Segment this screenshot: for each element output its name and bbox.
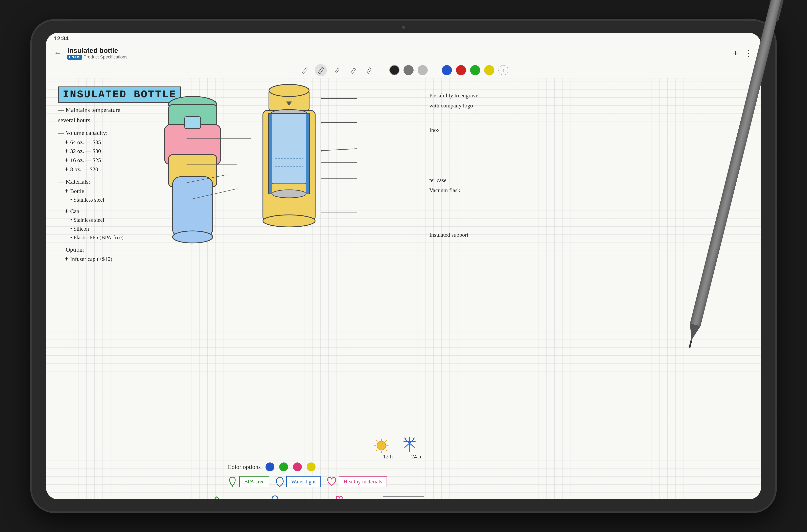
vol1: ✦ 64 oz. — $35 (58, 138, 179, 147)
status-time: 12:34 (54, 35, 69, 42)
svg-marker-10 (286, 101, 292, 106)
tool-pen4[interactable] (347, 64, 359, 76)
badge-water-label: Water-tight (286, 476, 320, 487)
svg-rect-6 (185, 116, 201, 129)
tool-pen3[interactable] (331, 64, 343, 76)
svg-line-42 (385, 440, 387, 441)
mat2a: • Stainless steel (58, 216, 179, 224)
vol4: ✦ 8 oz. — $20 (58, 165, 179, 174)
right-annotation-engrave: Possibility to engrave with company logo (429, 91, 478, 111)
annot-engrave2: with company logo (429, 100, 478, 111)
annot-insulated: Insulated support (429, 232, 469, 238)
notes-section: — Maintains temperature several hours — … (58, 104, 179, 264)
badge-bpa-label: BPA-free (239, 476, 269, 487)
svg-line-49 (412, 437, 415, 439)
nav-bar: ← Insulated bottle EN-US Product Specifi… (46, 44, 761, 62)
opt1: ✦ Infuser cap (+$10) (58, 254, 179, 264)
nav-title: Insulated bottle (67, 46, 733, 55)
bullet3: — Materials: (58, 176, 179, 187)
badge-water: Water-tight (275, 476, 320, 487)
nav-actions: + ⋮ (733, 48, 753, 58)
annot-case: ter case (429, 175, 460, 185)
add-button[interactable]: + (733, 48, 738, 58)
svg-line-22 (321, 149, 357, 151)
svg-line-41 (385, 450, 387, 451)
toolbar: + (46, 62, 761, 78)
bullet1: — Maintains temperature (58, 104, 179, 115)
color-options-row: Color options (227, 462, 741, 471)
status-bar: 12:34 (46, 33, 761, 44)
right-annotation-insulated: Insulated support (429, 232, 469, 238)
svg-line-34 (193, 189, 237, 199)
bullet2: — Volume capacity: (58, 128, 179, 138)
vol3: ✦ 16 oz. — $25 (58, 156, 179, 165)
color-yellow[interactable] (484, 65, 494, 75)
bullet1b: several hours (58, 115, 179, 125)
svg-line-43 (376, 450, 378, 451)
nav-title-area: Insulated bottle EN-US Product Specifica… (67, 46, 733, 60)
nav-subtitle: EN-US Product Specifications (67, 54, 733, 60)
title-block: INSULATED BOTTLE (58, 87, 181, 103)
color-options-label: Color options (227, 463, 261, 470)
tablet-device: 12:34 ← Insulated bottle EN-US Product S… (30, 19, 777, 513)
svg-point-19 (272, 190, 306, 198)
mat2c: • Plastic PP5 (BPA-free) (58, 233, 179, 242)
annot-vacuum: Vacuum flask (429, 185, 460, 195)
svg-line-48 (404, 437, 406, 439)
svg-line-47 (404, 438, 415, 448)
vol2: ✦ 32 oz. — $30 (58, 147, 179, 156)
svg-marker-27 (321, 121, 323, 124)
content-area: INSULATED BOTTLE — Maintains temperature… (46, 78, 761, 499)
color-blue[interactable] (442, 65, 452, 75)
nav-subtitle-text: Product Specifications (84, 54, 128, 60)
mat2b: • Silicon (58, 225, 179, 233)
mat1a: • Stainless steel (58, 195, 179, 204)
mat2: ✦ Can (58, 207, 179, 216)
svg-rect-18 (306, 114, 310, 194)
tool-pen5[interactable] (363, 64, 375, 76)
right-annotation-inox: Inox (429, 127, 440, 133)
svg-marker-28 (321, 150, 323, 152)
time-12h: 12 h (383, 453, 393, 460)
svg-rect-11 (263, 111, 315, 221)
color-opt-pink (293, 462, 302, 471)
color-dark-gray[interactable] (403, 65, 414, 75)
svg-rect-17 (269, 114, 272, 194)
color-light-gray[interactable] (418, 65, 428, 75)
bottom-section: Color options BPA-free (227, 462, 741, 487)
time-24h: 24 h (411, 453, 421, 460)
color-opt-blue (265, 462, 274, 471)
svg-point-12 (263, 215, 315, 227)
mat1: ✦ Bottle (58, 187, 179, 196)
tablet-screen: 12:34 ← Insulated bottle EN-US Product S… (46, 33, 761, 499)
bullet4: — Option: (58, 244, 179, 254)
color-opt-yellow (307, 462, 315, 471)
back-button[interactable]: ← (54, 49, 61, 57)
svg-point-35 (377, 441, 386, 450)
color-add-button[interactable]: + (498, 65, 509, 75)
svg-rect-7 (269, 90, 309, 111)
svg-line-33 (187, 175, 227, 183)
right-annotation-vacuum: ter case Vacuum flask (429, 175, 460, 195)
tool-pen2[interactable] (315, 64, 327, 76)
badge-healthy-label: Healthy materials (339, 476, 387, 487)
svg-rect-14 (272, 114, 306, 184)
color-black[interactable] (389, 65, 400, 75)
badges-row: BPA-free Water-tight Healt (227, 476, 741, 487)
svg-point-8 (269, 84, 309, 96)
tool-pen1[interactable] (298, 64, 311, 76)
color-opt-green (279, 462, 288, 471)
svg-line-40 (376, 440, 378, 441)
lang-badge: EN-US (67, 55, 82, 60)
svg-marker-26 (321, 97, 323, 99)
home-indicator (383, 496, 424, 497)
badge-bpa: BPA-free (227, 476, 269, 487)
color-green[interactable] (470, 65, 480, 75)
badge-healthy: Healthy materials (327, 476, 387, 487)
svg-line-46 (404, 438, 415, 448)
svg-point-13 (271, 110, 307, 117)
color-red[interactable] (456, 65, 466, 75)
annot-engrave1: Possibility to engrave (429, 91, 478, 100)
main-title: INSULATED BOTTLE (63, 89, 176, 100)
annot-inox: Inox (429, 127, 440, 133)
